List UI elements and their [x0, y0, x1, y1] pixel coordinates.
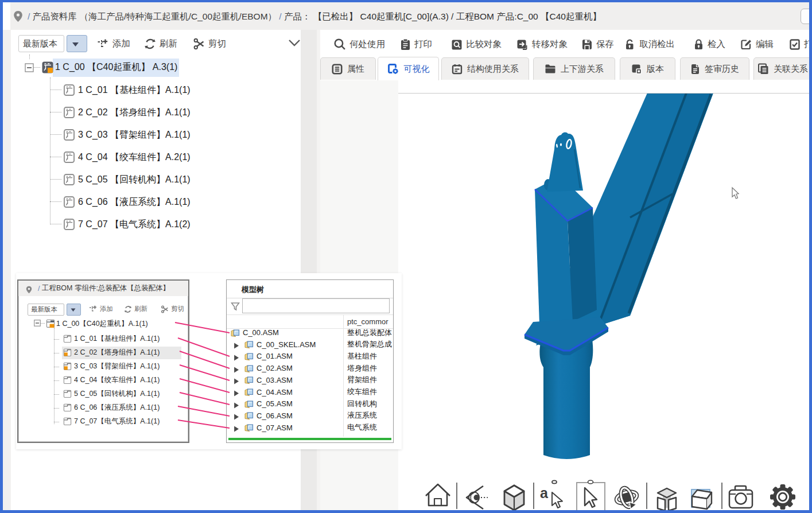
- svg-text:a: a: [540, 485, 549, 501]
